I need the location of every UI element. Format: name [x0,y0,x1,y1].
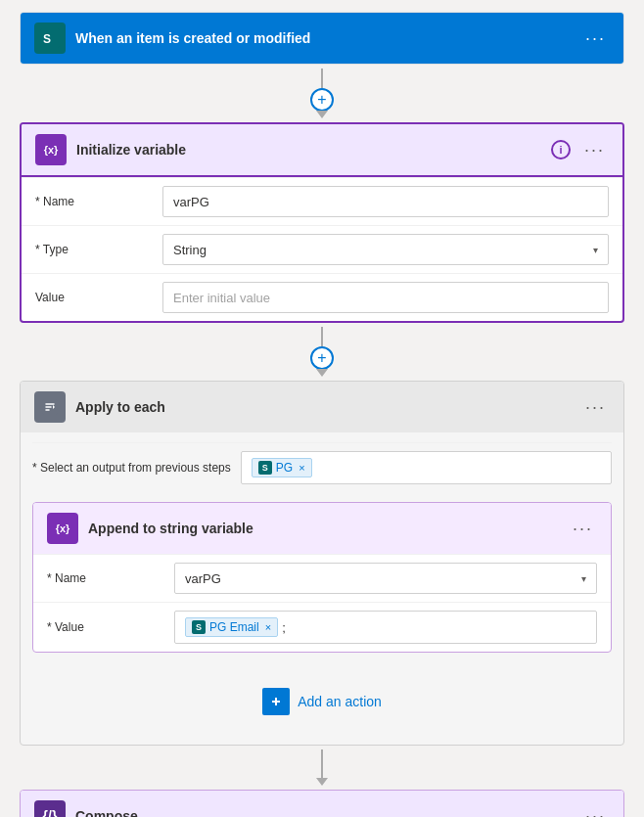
connector-2: + [20,323,624,381]
apply-each-header: Apply to each ··· [21,382,623,432]
type-label: * Type [35,243,153,256]
connector-3 [20,746,624,790]
sharepoint-icon: S [34,23,66,54]
add-action-button[interactable]: Add an action [32,672,612,731]
append-name-value: varPG [185,571,221,586]
append-value-text: ; [282,620,286,635]
connector-line-2 [321,327,323,346]
pg-email-token-label: PG Email [209,620,259,634]
name-input[interactable]: varPG [162,186,609,217]
append-more-button[interactable]: ··· [569,518,597,539]
value-input[interactable]: Enter initial value [162,282,609,313]
type-field-row: * Type String ▾ [22,225,622,273]
type-dropdown[interactable]: String ▾ [162,234,609,265]
add-action-row: Add an action [32,653,612,745]
append-value-label: * Value [47,620,164,634]
flow-canvas: S When an item is created or modified ··… [16,12,628,817]
compose-header: {/} Compose ··· [21,791,623,817]
append-title: Append to string variable [88,521,559,536]
append-variable-icon: {x} [47,513,78,544]
connector-line-1 [321,68,323,88]
append-header: {x} Append to string variable ··· [33,503,611,554]
info-icon[interactable]: i [551,140,571,159]
connector-arrow-3 [316,778,328,786]
connector-arrow-1 [316,111,328,118]
pg-email-token: S PG Email × [185,617,278,637]
append-name-dropdown[interactable]: varPG ▾ [174,563,597,594]
append-value-row: * Value S PG Email × ; [33,602,611,652]
add-step-button-1[interactable]: + [310,88,334,112]
select-output-row: * Select an output from previous steps S… [32,442,612,492]
svg-text:S: S [43,32,51,46]
init-variable-card: {x} Initialize variable i ··· * Name var… [20,122,624,323]
apply-each-title: Apply to each [75,399,572,415]
connector-arrow-2 [316,369,328,377]
compose-title: Compose [75,808,572,817]
trigger-more-button[interactable]: ··· [581,27,610,49]
name-label: * Name [35,195,153,208]
pg-token-label: PG [276,461,293,475]
value-field-row: Value Enter initial value [22,273,622,321]
add-action-label: Add an action [298,694,382,709]
type-value: String [173,243,207,257]
pg-email-token-icon: S [192,620,206,634]
variable-icon: {x} [35,134,67,165]
apply-each-more-button[interactable]: ··· [581,396,610,418]
select-output-input[interactable]: S PG × [241,451,612,484]
init-variable-more-button[interactable]: ··· [580,139,609,160]
pg-email-token-close[interactable]: × [265,621,271,633]
append-name-label: * Name [47,571,164,585]
apply-each-card: Apply to each ··· * Select an output fro… [20,381,624,746]
add-action-icon [262,688,290,715]
pg-token-close[interactable]: × [299,462,304,474]
compose-card: {/} Compose ··· * Inputs {x} varPG × [20,790,624,817]
connector-1: + [20,65,624,122]
chevron-down-icon: ▾ [593,245,598,255]
append-card: {x} Append to string variable ··· * Name… [32,502,612,653]
connector-line-3 [321,749,323,779]
pg-token-icon: S [258,461,272,475]
select-output-label: * Select an output from previous steps [32,461,231,475]
loop-icon [34,391,66,423]
apply-each-inner: * Select an output from previous steps S… [21,432,623,745]
append-value-input[interactable]: S PG Email × ; [174,611,597,644]
name-value: varPG [173,195,209,209]
append-name-chevron: ▾ [581,573,586,584]
pg-token: S PG × [252,458,312,477]
init-variable-header: {x} Initialize variable i ··· [22,124,622,177]
trigger-header: S When an item is created or modified ··… [21,13,623,64]
add-step-button-2[interactable]: + [310,346,334,370]
compose-icon: {/} [34,800,66,817]
append-name-row: * Name varPG ▾ [33,554,611,602]
compose-more-button[interactable]: ··· [581,805,610,817]
init-variable-header-icons: i ··· [551,139,609,160]
name-field-row: * Name varPG [22,177,622,225]
value-label: Value [35,291,153,304]
trigger-title: When an item is created or modified [75,30,572,46]
value-placeholder: Enter initial value [173,291,270,305]
init-variable-title: Initialize variable [76,142,541,158]
trigger-card: S When an item is created or modified ··… [20,12,624,65]
